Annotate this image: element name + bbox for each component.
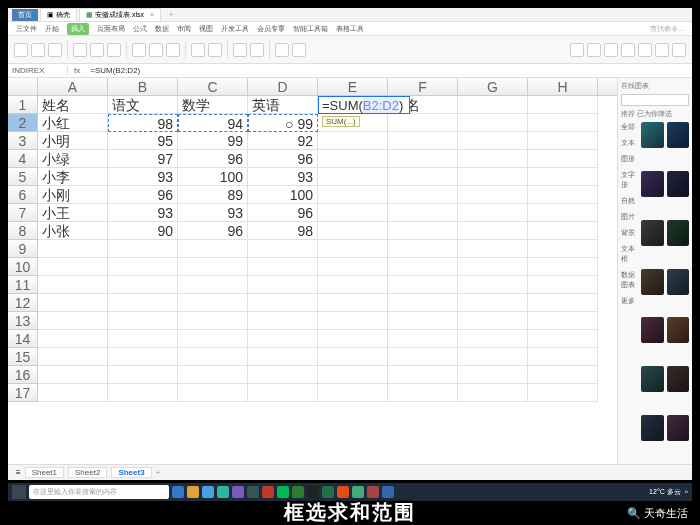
cell[interactable] <box>38 384 108 402</box>
side-category[interactable]: 图片 <box>621 212 639 222</box>
cell[interactable]: 98 <box>248 222 318 240</box>
cell[interactable] <box>318 132 388 150</box>
ribbon-table[interactable]: 表格工具 <box>336 24 364 34</box>
cell[interactable] <box>318 384 388 402</box>
cell[interactable] <box>528 114 598 132</box>
new-tab-button[interactable]: + <box>163 10 179 19</box>
cell[interactable] <box>388 114 458 132</box>
cell[interactable]: 95 <box>108 132 178 150</box>
chart-thumbnail[interactable] <box>641 366 664 392</box>
cell[interactable] <box>458 366 528 384</box>
tool-cut[interactable] <box>31 43 45 57</box>
cell[interactable]: 99 <box>178 132 248 150</box>
cell[interactable]: 96 <box>178 222 248 240</box>
cell[interactable] <box>388 222 458 240</box>
chart-thumbnail[interactable] <box>667 171 690 197</box>
ribbon-vip[interactable]: 会员专享 <box>257 24 285 34</box>
chart-thumbnail[interactable] <box>641 220 664 246</box>
sheet-tab-2[interactable]: Sheet2 <box>68 467 107 478</box>
cell[interactable] <box>458 348 528 366</box>
cell[interactable] <box>458 204 528 222</box>
ribbon-start[interactable]: 开始 <box>45 24 59 34</box>
cell[interactable] <box>108 384 178 402</box>
column-header-g[interactable]: G <box>458 78 528 95</box>
task-icon-wechat[interactable] <box>292 486 304 498</box>
cell[interactable]: 96 <box>178 150 248 168</box>
cell[interactable]: 96 <box>108 186 178 204</box>
sheet-tab-3[interactable]: Sheet3 <box>111 467 151 478</box>
row-header[interactable]: 1 <box>8 96 38 114</box>
cell[interactable] <box>528 168 598 186</box>
cell[interactable] <box>38 366 108 384</box>
cell[interactable] <box>108 258 178 276</box>
cell[interactable] <box>528 276 598 294</box>
row-header[interactable]: 12 <box>8 294 38 312</box>
cell[interactable] <box>388 312 458 330</box>
side-category[interactable]: 全部 <box>621 122 639 132</box>
cell[interactable] <box>458 114 528 132</box>
add-sheet-button[interactable]: + <box>156 468 161 477</box>
tool-bold[interactable] <box>73 43 87 57</box>
cell[interactable] <box>318 330 388 348</box>
cell[interactable] <box>248 312 318 330</box>
cell[interactable] <box>178 240 248 258</box>
row-header[interactable]: 17 <box>8 384 38 402</box>
chart-thumbnail[interactable] <box>667 220 690 246</box>
cell[interactable] <box>248 348 318 366</box>
cell[interactable] <box>38 258 108 276</box>
task-icon[interactable] <box>247 486 259 498</box>
side-category[interactable]: 背景 <box>621 228 639 238</box>
cell[interactable] <box>388 240 458 258</box>
start-button[interactable] <box>12 485 26 499</box>
select-all-corner[interactable] <box>8 78 38 95</box>
chart-thumbnail[interactable] <box>667 317 690 343</box>
tray-chevron-icon[interactable]: ^ <box>685 489 688 496</box>
ribbon-layout[interactable]: 页面布局 <box>97 24 125 34</box>
cell[interactable]: 100 <box>178 168 248 186</box>
cell[interactable] <box>108 294 178 312</box>
cell[interactable]: 英语 <box>248 96 318 114</box>
cell[interactable] <box>318 366 388 384</box>
tool-merge[interactable] <box>191 43 205 57</box>
row-header[interactable]: 16 <box>8 366 38 384</box>
cell[interactable] <box>528 384 598 402</box>
cell[interactable]: 数学 <box>178 96 248 114</box>
cell[interactable] <box>108 312 178 330</box>
cell[interactable] <box>318 312 388 330</box>
cell[interactable] <box>38 348 108 366</box>
side-category[interactable]: 更多 <box>621 296 639 306</box>
cell[interactable] <box>458 168 528 186</box>
column-header-b[interactable]: B <box>108 78 178 95</box>
tab-home[interactable]: 首页 <box>12 9 38 21</box>
cell[interactable] <box>388 150 458 168</box>
side-category[interactable]: 图形 <box>621 154 639 164</box>
cell[interactable] <box>178 276 248 294</box>
cell[interactable] <box>528 294 598 312</box>
task-icon-excel[interactable] <box>322 486 334 498</box>
task-icon[interactable] <box>382 486 394 498</box>
weather-widget[interactable]: 12°C 多云 <box>649 487 681 497</box>
cell[interactable] <box>38 330 108 348</box>
cell[interactable] <box>458 384 528 402</box>
cell[interactable]: 小王 <box>38 204 108 222</box>
side-search[interactable] <box>621 94 689 106</box>
cell[interactable] <box>318 150 388 168</box>
side-category[interactable]: 文字形 <box>621 170 639 190</box>
task-icon-edge[interactable] <box>217 486 229 498</box>
cell[interactable]: 小李 <box>38 168 108 186</box>
tool-copy[interactable] <box>48 43 62 57</box>
task-icon[interactable] <box>337 486 349 498</box>
tool-sum[interactable] <box>570 43 584 57</box>
ribbon-insert[interactable]: 插入 <box>67 23 89 35</box>
taskbar-search[interactable]: 在这里输入你要搜索的内容 <box>29 485 169 499</box>
cell[interactable] <box>108 330 178 348</box>
task-icon[interactable] <box>277 486 289 498</box>
row-header[interactable]: 7 <box>8 204 38 222</box>
cell[interactable]: 94 <box>178 114 248 132</box>
tool-currency[interactable] <box>250 43 264 57</box>
cell[interactable] <box>178 366 248 384</box>
cell[interactable]: 93 <box>108 168 178 186</box>
tool-number[interactable] <box>233 43 247 57</box>
cell[interactable]: 小刚 <box>38 186 108 204</box>
cell[interactable] <box>458 258 528 276</box>
